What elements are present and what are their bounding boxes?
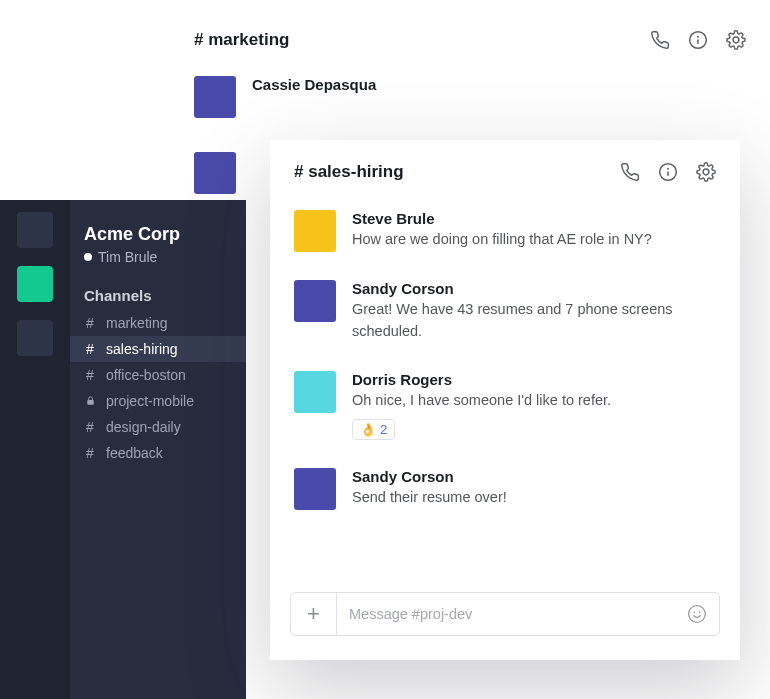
settings-icon[interactable] <box>726 30 746 50</box>
hash-icon: # <box>84 419 96 435</box>
channel-name: sales-hiring <box>106 341 178 357</box>
sidebar-channel-marketing[interactable]: #marketing <box>70 310 246 336</box>
call-icon[interactable] <box>620 162 640 182</box>
info-icon[interactable] <box>688 30 708 50</box>
avatar <box>294 468 336 510</box>
hash-icon: # <box>84 367 96 383</box>
message-text: Great! We have 43 resumes and 7 phone sc… <box>352 299 716 343</box>
channel-header: # sales-hiring <box>270 140 740 200</box>
sidebar-channel-office-boston[interactable]: #office-boston <box>70 362 246 388</box>
channel-name: design-daily <box>106 419 181 435</box>
message-user: Sandy Corson <box>352 280 716 299</box>
channel-title: # sales-hiring <box>294 162 404 182</box>
message-text: Oh nice, I have someone I'd like to refe… <box>352 390 716 412</box>
sidebar-channel-sales-hiring[interactable]: #sales-hiring <box>70 336 246 362</box>
message-text: Send their resume over! <box>352 487 716 509</box>
hash-icon: # <box>84 341 96 357</box>
message-text: How are we doing on filling that AE role… <box>352 229 716 251</box>
message-user: Cassie Depasqua <box>252 76 376 118</box>
channel-name: project-mobile <box>106 393 194 409</box>
channel-name: marketing <box>106 315 167 331</box>
call-icon[interactable] <box>650 30 670 50</box>
emoji-icon[interactable] <box>675 593 719 635</box>
message-list: Steve BruleHow are we doing on filling t… <box>270 200 740 584</box>
message-input[interactable] <box>337 593 675 635</box>
foreground-channel-window: # sales-hiring Steve BruleHow are we doi… <box>270 140 740 660</box>
workspace-name: Acme Corp <box>70 224 246 249</box>
message-user: Dorris Rogers <box>352 371 716 390</box>
workspace-switcher-item-active[interactable] <box>17 266 53 302</box>
reaction-count: 2 <box>380 422 387 437</box>
hash-icon: # <box>84 445 96 461</box>
message-row: Sandy CorsonGreat! We have 43 resumes an… <box>294 270 716 361</box>
sidebar-channel-feedback[interactable]: #feedback <box>70 440 246 466</box>
reaction-chip[interactable]: 👌2 <box>352 419 395 440</box>
attach-button[interactable]: + <box>291 593 337 635</box>
sidebar-channel-design-daily[interactable]: #design-daily <box>70 414 246 440</box>
current-user[interactable]: Tim Brule <box>70 249 246 287</box>
message-row: Dorris RogersOh nice, I have someone I'd… <box>294 361 716 459</box>
message-user: Steve Brule <box>352 210 716 229</box>
avatar <box>294 210 336 252</box>
message-row: Cassie Depasqua <box>190 72 750 148</box>
presence-indicator-icon <box>84 253 92 261</box>
lock-icon <box>84 393 96 409</box>
message-composer: + <box>290 592 720 636</box>
channel-sidebar: Acme Corp Tim Brule Channels #marketing#… <box>70 200 246 699</box>
message-row: Steve BruleHow are we doing on filling t… <box>294 200 716 270</box>
info-icon[interactable] <box>658 162 678 182</box>
channels-section-label: Channels <box>70 287 246 310</box>
workspace-switcher-item[interactable] <box>17 212 53 248</box>
avatar <box>294 280 336 322</box>
channel-name: office-boston <box>106 367 186 383</box>
channel-name: feedback <box>106 445 163 461</box>
avatar <box>194 152 236 194</box>
settings-icon[interactable] <box>696 162 716 182</box>
message-user: Sandy Corson <box>352 468 716 487</box>
avatar <box>194 76 236 118</box>
sidebar-channel-project-mobile[interactable]: project-mobile <box>70 388 246 414</box>
channel-title: # marketing <box>194 30 289 50</box>
current-user-name: Tim Brule <box>98 249 157 265</box>
workspace-rail <box>0 200 70 699</box>
workspace-switcher-item[interactable] <box>17 320 53 356</box>
reaction-emoji-icon: 👌 <box>360 422 376 437</box>
message-row: Sandy CorsonSend their resume over! <box>294 458 716 528</box>
hash-icon: # <box>84 315 96 331</box>
avatar <box>294 371 336 413</box>
